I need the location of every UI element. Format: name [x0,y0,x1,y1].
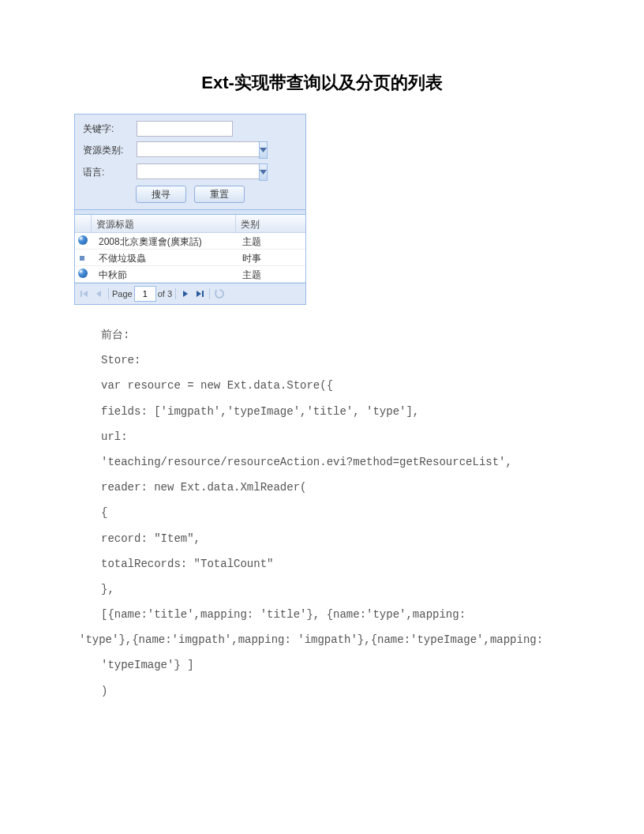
grid-header: 资源标题 类别 [75,215,305,233]
row-title: 中秋節 [94,266,238,282]
chevron-down-icon[interactable] [259,163,268,181]
code-line: 'typeImage'} ] [101,652,565,678]
row-type: 主题 [238,266,305,282]
lang-combo[interactable] [137,163,242,181]
row-title: 不做垃圾蟲 [94,250,238,265]
grid-header-type[interactable]: 类别 [236,215,305,232]
code-line: { [101,500,565,525]
grid-header-icon-col [75,215,92,232]
reset-button[interactable]: 重置 [194,186,245,203]
results-grid: 资源标题 类别 2008北京奧運會(廣東話) 主题 不做垃圾蟲 时事 中秋節 主… [75,215,305,304]
last-page-icon[interactable] [193,287,206,300]
code-line: record: "Item", [101,526,565,551]
table-row[interactable]: 2008北京奧運會(廣東話) 主题 [75,233,305,250]
page-label-suffix: of 3 [158,289,172,299]
code-line: 'type'},{name:'imgpath',mapping: 'imgpat… [79,627,565,652]
grid-header-title[interactable]: 资源标题 [92,215,236,232]
keyword-input[interactable] [137,121,233,137]
first-page-icon [78,287,91,300]
code-line: [{name:'title',mapping: 'title'}, {name:… [101,602,565,627]
separator [108,288,109,299]
page-label-prefix: Page [112,289,133,299]
code-line: ) [101,678,565,704]
paging-toolbar: Page of 3 [75,283,305,304]
document-title: Ext-实现带查询以及分页的列表 [79,71,565,95]
separator [209,288,210,299]
svg-rect-0 [80,291,82,297]
ext-search-panel: 关键字: 资源类别: 语言: [74,114,306,305]
next-page-icon[interactable] [179,287,192,300]
code-line: url: [101,424,565,449]
separator [175,288,176,299]
restype-label: 资源类别: [83,144,137,157]
lang-label: 语言: [83,166,137,179]
table-row[interactable]: 中秋節 主题 [75,266,305,283]
svg-rect-1 [202,291,204,297]
globe-icon [78,269,88,278]
code-line: 'teaching/resource/resourceAction.evi?me… [101,449,565,475]
prev-page-icon [92,287,105,300]
code-line: reader: new Ext.data.XmlReader( [101,475,565,500]
bullet-icon [80,256,84,261]
page-number-input[interactable] [134,286,156,302]
row-type: 主题 [238,233,305,249]
chevron-down-icon[interactable] [259,141,268,159]
row-type: 时事 [238,250,305,265]
code-line: totalRecords: "TotalCount" [101,551,565,577]
table-row[interactable]: 不做垃圾蟲 时事 [75,250,305,266]
code-line: 前台: [101,322,565,348]
lang-input[interactable] [137,163,259,179]
restype-input[interactable] [137,141,259,157]
code-line: }, [101,577,565,602]
code-line: Store: [101,348,565,373]
keyword-label: 关键字: [83,122,137,136]
code-text: 前台: Store: var resource = new Ext.data.S… [79,322,565,704]
row-title: 2008北京奧運會(廣東話) [94,233,238,249]
search-button[interactable]: 搜寻 [136,186,186,203]
code-line: fields: ['imgpath','typeImage','title', … [101,399,565,424]
globe-icon [78,235,88,245]
code-line: var resource = new Ext.data.Store({ [101,373,565,398]
restype-combo[interactable] [137,141,242,159]
search-form: 关键字: 资源类别: 语言: [75,115,305,210]
refresh-icon[interactable] [213,287,226,300]
